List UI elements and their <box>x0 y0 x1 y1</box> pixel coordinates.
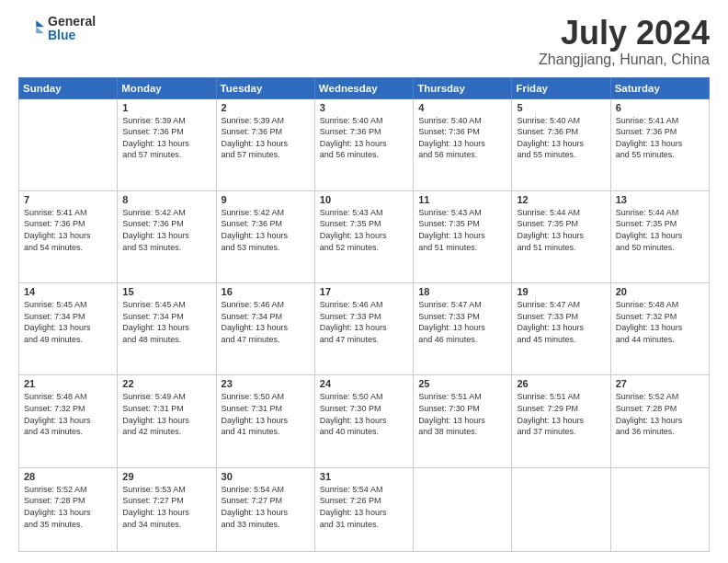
day-number: 21 <box>24 378 112 389</box>
day-number: 19 <box>517 286 605 297</box>
day-info: Sunrise: 5:51 AM Sunset: 7:29 PM Dayligh… <box>517 391 605 437</box>
calendar-cell: 20Sunrise: 5:48 AM Sunset: 7:32 PM Dayli… <box>610 283 709 375</box>
day-number: 30 <box>222 471 310 482</box>
day-info: Sunrise: 5:41 AM Sunset: 7:36 PM Dayligh… <box>616 115 704 161</box>
day-info: Sunrise: 5:46 AM Sunset: 7:33 PM Dayligh… <box>320 299 408 345</box>
col-header-friday: Friday <box>512 77 610 98</box>
calendar-cell: 11Sunrise: 5:43 AM Sunset: 7:35 PM Dayli… <box>414 190 512 282</box>
day-number: 11 <box>418 194 506 205</box>
day-info: Sunrise: 5:40 AM Sunset: 7:36 PM Dayligh… <box>517 115 605 161</box>
calendar-cell: 13Sunrise: 5:44 AM Sunset: 7:35 PM Dayli… <box>610 190 709 282</box>
calendar-cell <box>512 467 610 551</box>
calendar-cell: 12Sunrise: 5:44 AM Sunset: 7:35 PM Dayli… <box>512 190 610 282</box>
title-block: July 2024 Zhangjiang, Hunan, China <box>539 15 710 68</box>
day-number: 12 <box>517 194 605 205</box>
calendar-cell: 4Sunrise: 5:40 AM Sunset: 7:36 PM Daylig… <box>414 98 512 190</box>
day-number: 29 <box>122 471 210 482</box>
calendar-cell: 10Sunrise: 5:43 AM Sunset: 7:35 PM Dayli… <box>314 190 413 282</box>
day-number: 20 <box>616 286 704 297</box>
day-number: 15 <box>122 286 210 297</box>
day-number: 17 <box>320 286 408 297</box>
logo-icon <box>18 16 44 41</box>
day-number: 31 <box>320 471 408 482</box>
calendar-cell: 21Sunrise: 5:48 AM Sunset: 7:32 PM Dayli… <box>19 375 118 467</box>
calendar-cell: 31Sunrise: 5:54 AM Sunset: 7:26 PM Dayli… <box>314 467 413 551</box>
day-info: Sunrise: 5:53 AM Sunset: 7:27 PM Dayligh… <box>122 484 210 530</box>
calendar-cell: 18Sunrise: 5:47 AM Sunset: 7:33 PM Dayli… <box>414 283 512 375</box>
calendar-cell: 22Sunrise: 5:49 AM Sunset: 7:31 PM Dayli… <box>118 375 216 467</box>
calendar-cell <box>414 467 512 551</box>
day-info: Sunrise: 5:52 AM Sunset: 7:28 PM Dayligh… <box>616 391 704 437</box>
calendar-week-row: 7Sunrise: 5:41 AM Sunset: 7:36 PM Daylig… <box>19 190 710 282</box>
day-number: 26 <box>517 378 605 389</box>
day-number: 10 <box>320 194 408 205</box>
day-info: Sunrise: 5:49 AM Sunset: 7:31 PM Dayligh… <box>122 391 210 437</box>
calendar-week-row: 21Sunrise: 5:48 AM Sunset: 7:32 PM Dayli… <box>19 375 710 467</box>
day-number: 14 <box>24 286 112 297</box>
day-number: 23 <box>222 378 310 389</box>
day-info: Sunrise: 5:40 AM Sunset: 7:36 PM Dayligh… <box>418 115 506 161</box>
calendar-cell: 25Sunrise: 5:51 AM Sunset: 7:30 PM Dayli… <box>414 375 512 467</box>
day-number: 24 <box>320 378 408 389</box>
day-info: Sunrise: 5:41 AM Sunset: 7:36 PM Dayligh… <box>24 207 112 253</box>
logo-blue-text: Blue <box>48 29 96 42</box>
day-info: Sunrise: 5:43 AM Sunset: 7:35 PM Dayligh… <box>320 207 408 253</box>
day-number: 28 <box>24 471 112 482</box>
calendar-table: SundayMondayTuesdayWednesdayThursdayFrid… <box>18 77 710 552</box>
svg-marker-0 <box>36 21 44 28</box>
day-info: Sunrise: 5:42 AM Sunset: 7:36 PM Dayligh… <box>122 207 210 253</box>
calendar-cell: 9Sunrise: 5:42 AM Sunset: 7:36 PM Daylig… <box>216 190 314 282</box>
day-number: 6 <box>616 102 704 113</box>
calendar-cell: 26Sunrise: 5:51 AM Sunset: 7:29 PM Dayli… <box>512 375 610 467</box>
calendar-cell: 14Sunrise: 5:45 AM Sunset: 7:34 PM Dayli… <box>19 283 118 375</box>
day-info: Sunrise: 5:46 AM Sunset: 7:34 PM Dayligh… <box>222 299 310 345</box>
day-info: Sunrise: 5:48 AM Sunset: 7:32 PM Dayligh… <box>616 299 704 345</box>
col-header-saturday: Saturday <box>610 77 709 98</box>
day-info: Sunrise: 5:54 AM Sunset: 7:27 PM Dayligh… <box>222 484 310 530</box>
col-header-monday: Monday <box>118 77 216 98</box>
calendar-cell: 19Sunrise: 5:47 AM Sunset: 7:33 PM Dayli… <box>512 283 610 375</box>
title-month: July 2024 <box>539 15 710 52</box>
day-number: 8 <box>122 194 210 205</box>
day-number: 18 <box>418 286 506 297</box>
logo: General Blue <box>18 15 96 43</box>
calendar-week-row: 1Sunrise: 5:39 AM Sunset: 7:36 PM Daylig… <box>19 98 710 190</box>
title-location: Zhangjiang, Hunan, China <box>539 52 710 68</box>
day-info: Sunrise: 5:45 AM Sunset: 7:34 PM Dayligh… <box>122 299 210 345</box>
col-header-thursday: Thursday <box>414 77 512 98</box>
day-info: Sunrise: 5:50 AM Sunset: 7:31 PM Dayligh… <box>222 391 310 437</box>
calendar-cell: 24Sunrise: 5:50 AM Sunset: 7:30 PM Dayli… <box>314 375 413 467</box>
day-number: 7 <box>24 194 112 205</box>
day-number: 22 <box>122 378 210 389</box>
day-number: 1 <box>122 102 210 113</box>
day-info: Sunrise: 5:54 AM Sunset: 7:26 PM Dayligh… <box>320 484 408 530</box>
calendar-cell: 7Sunrise: 5:41 AM Sunset: 7:36 PM Daylig… <box>19 190 118 282</box>
calendar-cell: 27Sunrise: 5:52 AM Sunset: 7:28 PM Dayli… <box>610 375 709 467</box>
calendar-cell: 5Sunrise: 5:40 AM Sunset: 7:36 PM Daylig… <box>512 98 610 190</box>
day-number: 25 <box>418 378 506 389</box>
calendar-cell <box>19 98 118 190</box>
day-info: Sunrise: 5:39 AM Sunset: 7:36 PM Dayligh… <box>122 115 210 161</box>
day-number: 5 <box>517 102 605 113</box>
day-info: Sunrise: 5:43 AM Sunset: 7:35 PM Dayligh… <box>418 207 506 253</box>
page: General Blue July 2024 Zhangjiang, Hunan… <box>0 0 728 563</box>
day-info: Sunrise: 5:47 AM Sunset: 7:33 PM Dayligh… <box>517 299 605 345</box>
day-info: Sunrise: 5:47 AM Sunset: 7:33 PM Dayligh… <box>418 299 506 345</box>
calendar-cell <box>610 467 709 551</box>
logo-text: General Blue <box>48 15 96 43</box>
calendar-cell: 15Sunrise: 5:45 AM Sunset: 7:34 PM Dayli… <box>118 283 216 375</box>
calendar-week-row: 14Sunrise: 5:45 AM Sunset: 7:34 PM Dayli… <box>19 283 710 375</box>
day-info: Sunrise: 5:50 AM Sunset: 7:30 PM Dayligh… <box>320 391 408 437</box>
day-number: 16 <box>222 286 310 297</box>
col-header-sunday: Sunday <box>19 77 118 98</box>
day-info: Sunrise: 5:48 AM Sunset: 7:32 PM Dayligh… <box>24 391 112 437</box>
day-info: Sunrise: 5:40 AM Sunset: 7:36 PM Dayligh… <box>320 115 408 161</box>
calendar-cell: 1Sunrise: 5:39 AM Sunset: 7:36 PM Daylig… <box>118 98 216 190</box>
calendar-cell: 23Sunrise: 5:50 AM Sunset: 7:31 PM Dayli… <box>216 375 314 467</box>
day-number: 27 <box>616 378 704 389</box>
svg-marker-1 <box>36 28 44 34</box>
day-info: Sunrise: 5:51 AM Sunset: 7:30 PM Dayligh… <box>418 391 506 437</box>
logo-general-text: General <box>48 15 96 29</box>
day-info: Sunrise: 5:52 AM Sunset: 7:28 PM Dayligh… <box>24 484 112 530</box>
calendar-week-row: 28Sunrise: 5:52 AM Sunset: 7:28 PM Dayli… <box>19 467 710 551</box>
